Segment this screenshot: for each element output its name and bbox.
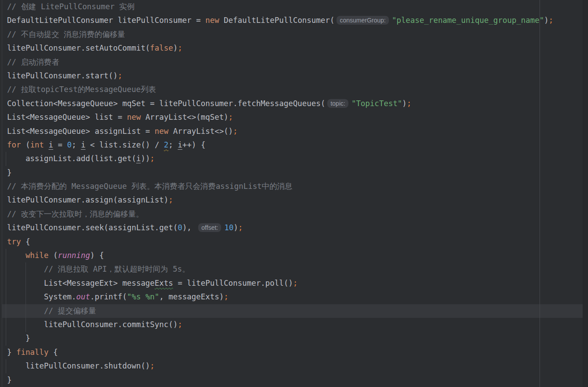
code-token-var: i bbox=[48, 140, 53, 149]
code-token-number: 10 bbox=[224, 223, 233, 232]
code-token-default: System. bbox=[7, 292, 76, 301]
indent-guide bbox=[6, 152, 6, 166]
code-token-default: .printf( bbox=[90, 292, 127, 301]
code-line[interactable]: // 本消费分配的 MessageQueue 列表。本消费者只会消费assign… bbox=[0, 180, 588, 193]
indent-guide bbox=[6, 249, 6, 346]
code-token-default: litePullConsumer.shutdown() bbox=[7, 361, 150, 370]
code-token-default: ; bbox=[169, 140, 178, 149]
code-token-default: litePullConsumer.start() bbox=[7, 71, 118, 80]
code-token-default: litePullConsumer.commitSync() bbox=[7, 320, 178, 329]
code-line[interactable]: Collection<MessageQueue> mqSet = litePul… bbox=[0, 97, 588, 111]
code-token-semi: ; bbox=[118, 71, 122, 80]
code-token-default bbox=[7, 251, 26, 260]
code-token-default: { bbox=[48, 348, 58, 357]
code-line[interactable]: assignList.add(list.get(i)); bbox=[0, 152, 588, 166]
code-line[interactable]: // 改变下一次拉取时，消息的偏移量。 bbox=[0, 207, 588, 221]
inlay-hint: topic: bbox=[327, 99, 348, 108]
code-token-var: i bbox=[178, 140, 182, 149]
code-line[interactable]: litePullConsumer.seek(assignList.get(0),… bbox=[0, 221, 588, 235]
code-token-keyword: new bbox=[155, 127, 168, 136]
code-token-default: , messageExts) bbox=[159, 292, 224, 301]
right-margin-guide bbox=[540, 0, 540, 387]
code-token-default: ++) { bbox=[182, 140, 205, 149]
scrollbar-track[interactable] bbox=[583, 0, 588, 387]
code-line[interactable]: litePullConsumer.shutdown(); bbox=[0, 359, 588, 373]
code-line[interactable]: List<MessageExt> messageExts = litePullC… bbox=[0, 276, 588, 290]
code-token-default bbox=[44, 140, 48, 149]
code-token-field: out bbox=[76, 292, 90, 301]
code-token-default: ), bbox=[182, 223, 196, 232]
code-token-keyword: false bbox=[150, 44, 173, 52]
code-token-semi: ; bbox=[293, 279, 297, 287]
code-token-string: "%s %n" bbox=[127, 292, 159, 301]
code-token-default: litePullConsumer.setAutoCommit( bbox=[7, 44, 150, 52]
code-line[interactable]: litePullConsumer.assign(assignList); bbox=[0, 193, 588, 207]
code-token-semi: ; bbox=[168, 195, 173, 204]
code-token-comment: // 拉取topicTest的MessageQueue列表 bbox=[7, 85, 156, 94]
code-token-default: ( bbox=[48, 251, 58, 260]
code-token-default: litePullConsumer.seek(assignList.get( bbox=[7, 223, 178, 232]
code-line[interactable]: // 拉取topicTest的MessageQueue列表 bbox=[0, 83, 588, 96]
code-line[interactable]: } bbox=[0, 373, 588, 387]
inlay-hint: consumerGroup: bbox=[337, 16, 388, 25]
code-token-default: } bbox=[7, 334, 30, 343]
code-token-comment: // 改变下一次拉取时，消息的偏移量。 bbox=[7, 210, 144, 218]
code-token-semi: ; bbox=[238, 223, 243, 232]
code-token-default: ) bbox=[402, 99, 407, 108]
code-token-semi: ; bbox=[178, 44, 182, 52]
code-token-field: running bbox=[58, 251, 90, 260]
indent-guide bbox=[26, 262, 26, 332]
code-line[interactable]: // 不自动提交 消息消费的偏移量 bbox=[0, 28, 588, 41]
code-editor[interactable]: // 创建 LitePullConsumer 实例DefaultLitePull… bbox=[0, 0, 588, 387]
code-token-number: 0 bbox=[67, 140, 71, 149]
code-token-default: = bbox=[53, 140, 67, 149]
code-token-default: ; bbox=[72, 140, 81, 149]
code-line[interactable]: } finally { bbox=[0, 346, 588, 359]
code-line[interactable]: // 消息拉取 API，默认超时时间为 5s。 bbox=[0, 262, 588, 276]
code-token-comment: // 本消费分配的 MessageQueue 列表。本消费者只会消费assign… bbox=[7, 182, 292, 191]
code-line[interactable]: List<MessageQueue> assignList = new Arra… bbox=[0, 125, 588, 138]
code-token-default: DefaultLitePullConsumer( bbox=[219, 16, 335, 25]
code-line[interactable]: for (int i = 0; i < list.size() / 2; i++… bbox=[0, 138, 588, 152]
code-token-semi: ; bbox=[224, 292, 228, 301]
code-token-comment: // 启动消费者 bbox=[7, 58, 59, 66]
code-token-default: ) { bbox=[90, 251, 104, 260]
code-token-semi: ; bbox=[549, 16, 553, 25]
code-line[interactable]: // 启动消费者 bbox=[0, 55, 588, 69]
code-line[interactable]: litePullConsumer.start(); bbox=[0, 69, 588, 83]
code-token-number: 0 bbox=[178, 223, 182, 232]
code-line[interactable]: } bbox=[0, 332, 588, 345]
code-token-semi: ; bbox=[233, 127, 237, 136]
code-token-default: List<MessageExt> message bbox=[7, 279, 155, 287]
code-token-default: } bbox=[7, 348, 16, 357]
code-token-comment: // 消息拉取 API，默认超时时间为 5s。 bbox=[7, 265, 190, 273]
code-line[interactable]: DefaultLitePullConsumer litePullConsumer… bbox=[0, 14, 588, 27]
code-line[interactable]: } bbox=[0, 166, 588, 180]
code-token-default: } bbox=[7, 376, 11, 384]
code-token-string: "please_rename_unique_group_name" bbox=[392, 16, 544, 25]
code-token-warnnum: 2 bbox=[164, 140, 168, 149]
code-token-semi: ; bbox=[229, 113, 233, 122]
code-line[interactable]: try { bbox=[0, 235, 588, 249]
code-area[interactable]: // 创建 LitePullConsumer 实例DefaultLitePull… bbox=[0, 0, 588, 387]
code-line[interactable]: // 创建 LitePullConsumer 实例 bbox=[0, 0, 588, 14]
code-line-caret[interactable]: // 提交偏移量 bbox=[0, 304, 588, 318]
code-token-semi: ; bbox=[150, 154, 155, 163]
code-line[interactable]: litePullConsumer.setAutoCommit(false); bbox=[0, 41, 588, 55]
code-token-default: ) bbox=[173, 44, 178, 52]
code-token-typo: Exts bbox=[155, 279, 173, 287]
indent-guide bbox=[6, 359, 6, 373]
code-token-default: < list.size() / bbox=[85, 140, 164, 149]
code-token-default: )) bbox=[141, 154, 150, 163]
code-line[interactable]: while (running) { bbox=[0, 249, 588, 262]
code-token-default: List<MessageQueue> list = bbox=[7, 113, 127, 122]
code-token-comment: // 创建 LitePullConsumer 实例 bbox=[7, 2, 134, 11]
code-token-keyword: new bbox=[205, 16, 219, 25]
code-line[interactable]: System.out.printf("%s %n", messageExts); bbox=[0, 290, 588, 304]
inlay-hint: offset: bbox=[198, 223, 221, 232]
code-token-default: = litePullConsumer.poll() bbox=[173, 279, 293, 287]
code-line[interactable]: List<MessageQueue> list = new ArrayList<… bbox=[0, 111, 588, 124]
code-token-default: Collection<MessageQueue> mqSet = litePul… bbox=[7, 99, 325, 108]
code-line[interactable]: litePullConsumer.commitSync(); bbox=[0, 318, 588, 332]
code-token-default: ArrayList<>() bbox=[168, 127, 233, 136]
